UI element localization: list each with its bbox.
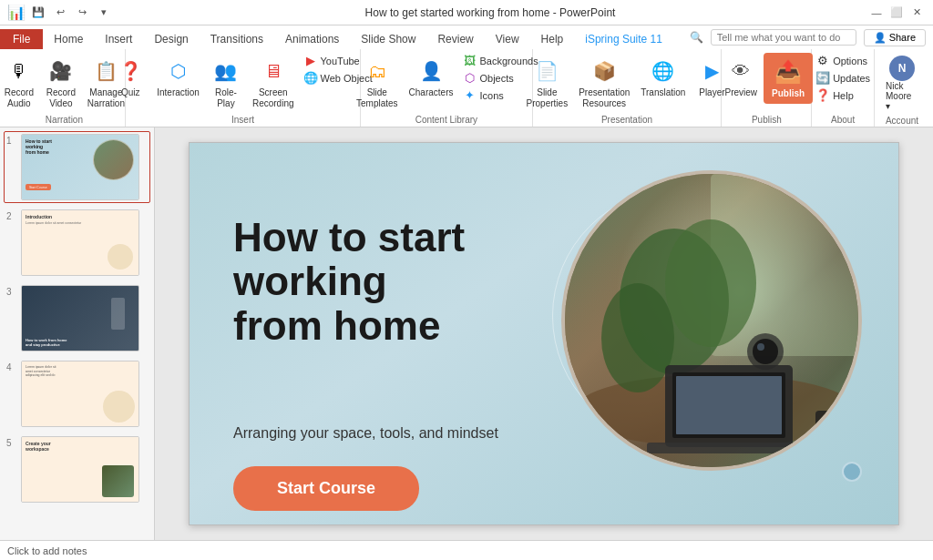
tab-ispring[interactable]: iSpring Suite 11 bbox=[574, 29, 673, 49]
translation-label: Translation bbox=[641, 87, 685, 98]
interaction-button[interactable]: ⬡ Interaction bbox=[152, 53, 204, 102]
tab-view[interactable]: View bbox=[485, 29, 530, 49]
minimize-button[interactable]: — bbox=[867, 4, 886, 22]
screen-recording-button[interactable]: 🖥 ScreenRecording bbox=[248, 53, 299, 113]
characters-button[interactable]: 👤 Characters bbox=[405, 53, 458, 102]
narration-group-label: Narration bbox=[46, 113, 83, 125]
tab-design[interactable]: Design bbox=[143, 29, 199, 49]
canvas-area: How to startworkingfrom home Arranging y… bbox=[155, 127, 933, 540]
options-icon: ⚙ bbox=[815, 54, 830, 67]
maximize-button[interactable]: ⬜ bbox=[887, 4, 906, 22]
customize-qat-button[interactable]: ▾ bbox=[95, 4, 113, 22]
web-object-icon: 🌐 bbox=[303, 71, 318, 85]
slide-panel[interactable]: 1 How to startworkingfrom home Start Cou… bbox=[0, 127, 155, 540]
tab-transitions[interactable]: Transitions bbox=[200, 29, 274, 49]
help-button[interactable]: ❓ Help bbox=[813, 87, 873, 103]
options-button[interactable]: ⚙ Options bbox=[813, 53, 873, 68]
slide-num-1: 1 bbox=[6, 136, 17, 146]
tell-me-input[interactable] bbox=[711, 29, 856, 46]
account-button[interactable]: N NickMoore ▾ bbox=[880, 53, 924, 114]
about-group-label: About bbox=[831, 113, 855, 125]
content-library-group-label: Content Library bbox=[415, 113, 477, 125]
ribbon-group-presentation: 📄 SlideProperties 📦 PresentationResource… bbox=[533, 49, 723, 127]
ribbon-tabs-bar: File Home Insert Design Transitions Anim… bbox=[0, 25, 682, 49]
quiz-icon: ❓ bbox=[116, 56, 145, 86]
characters-icon: 👤 bbox=[416, 56, 446, 86]
redo-button[interactable]: ↪ bbox=[73, 4, 91, 22]
about-small-items: ⚙ Options 🔄 Updates ❓ Help bbox=[813, 53, 873, 103]
tab-animations[interactable]: Animations bbox=[274, 29, 350, 49]
app-icon: 📊 bbox=[7, 4, 26, 22]
updates-button[interactable]: 🔄 Updates bbox=[813, 70, 873, 86]
preview-button[interactable]: 👁 Preview bbox=[721, 53, 763, 102]
undo-button[interactable]: ↩ bbox=[51, 4, 69, 22]
role-play-icon: 👥 bbox=[211, 56, 241, 86]
record-video-button[interactable]: 🎥 RecordVideo bbox=[41, 53, 81, 113]
updates-label: Updates bbox=[833, 73, 870, 84]
objects-icon: ⬡ bbox=[462, 71, 477, 85]
svg-point-3 bbox=[601, 283, 674, 392]
account-name-label: NickMoore ▾ bbox=[886, 81, 918, 111]
quiz-button[interactable]: ❓ Quiz bbox=[110, 53, 150, 102]
quick-access-toolbar: 📊 💾 ↩ ↪ ▾ bbox=[7, 4, 113, 22]
slide-preview-1: How to startworkingfrom home Start Cours… bbox=[21, 134, 139, 200]
tab-home[interactable]: Home bbox=[43, 29, 94, 49]
translation-button[interactable]: 🌐 Translation bbox=[636, 53, 690, 102]
presentation-resources-label: PresentationResources bbox=[579, 87, 630, 109]
publish-button[interactable]: 📤 Publish bbox=[764, 53, 813, 104]
slide-thumb-3[interactable]: 3 How to work from homeand stay producti… bbox=[4, 282, 150, 354]
svg-rect-8 bbox=[676, 376, 782, 434]
video-icon: 🎥 bbox=[46, 56, 76, 86]
share-button[interactable]: 👤 Share bbox=[864, 29, 926, 46]
tab-slide-show[interactable]: Slide Show bbox=[350, 29, 426, 49]
slide-thumb-2[interactable]: 2 Introduction Lorem ipsum dolor sit ame… bbox=[4, 207, 150, 279]
status-bar: Click to add notes bbox=[0, 540, 933, 560]
slide-properties-button[interactable]: 📄 SlideProperties bbox=[522, 53, 573, 113]
characters-label: Characters bbox=[409, 87, 454, 98]
insert-group-label: Insert bbox=[231, 113, 254, 125]
slide-background: How to startworkingfrom home Arranging y… bbox=[190, 143, 898, 524]
presentation-resources-icon: 📦 bbox=[590, 56, 619, 86]
insert-items: ❓ Quiz ⬡ Interaction 👥 Role-Play 🖥 Scree… bbox=[110, 53, 375, 113]
svg-rect-13 bbox=[815, 411, 843, 461]
interaction-label: Interaction bbox=[157, 87, 200, 98]
updates-icon: 🔄 bbox=[815, 71, 830, 85]
presentation-resources-button[interactable]: 📦 PresentationResources bbox=[574, 53, 634, 113]
slide-thumb-5[interactable]: 5 Create yourworkspace bbox=[4, 433, 150, 505]
role-play-label: Role-Play bbox=[215, 87, 237, 109]
preview-label: Preview bbox=[725, 87, 758, 98]
publish-group-label: Publish bbox=[752, 113, 782, 125]
slide-preview-2: Introduction Lorem ipsum dolor sit amet … bbox=[21, 209, 139, 276]
publish-label: Publish bbox=[772, 88, 805, 99]
start-course-button[interactable]: Start Course bbox=[233, 466, 419, 511]
preview-icon: 👁 bbox=[726, 56, 755, 86]
help-label: Help bbox=[833, 90, 854, 101]
save-qat-button[interactable]: 💾 bbox=[29, 4, 47, 22]
ribbon-group-narration: 🎙 RecordAudio 🎥 RecordVideo 📋 ManageNarr… bbox=[4, 49, 126, 127]
icons-label: Icons bbox=[479, 90, 503, 101]
slide-thumb-4[interactable]: 4 Lorem ipsum dolor sitamet consectetura… bbox=[4, 358, 150, 430]
slide-properties-label: SlideProperties bbox=[527, 87, 569, 109]
slide-canvas[interactable]: How to startworkingfrom home Arranging y… bbox=[189, 142, 899, 525]
slide-templates-icon: 🗂 bbox=[363, 56, 392, 86]
publish-icon: 📤 bbox=[774, 57, 803, 87]
quiz-label: Quiz bbox=[121, 87, 140, 98]
presentation-group-label: Presentation bbox=[601, 113, 652, 125]
publish-items: 👁 Preview 📤 Publish bbox=[721, 53, 814, 113]
close-button[interactable]: ✕ bbox=[907, 4, 926, 22]
slide-thumb-1[interactable]: 1 How to startworkingfrom home Start Cou… bbox=[4, 131, 150, 203]
slide-preview-3: How to work from homeand stay productive bbox=[21, 285, 139, 351]
tab-insert[interactable]: Insert bbox=[94, 29, 143, 49]
tab-file[interactable]: File bbox=[0, 29, 43, 49]
slide-preview-4: Lorem ipsum dolor sitamet consecteturadi… bbox=[21, 361, 139, 427]
record-audio-button[interactable]: 🎙 RecordAudio bbox=[0, 53, 39, 113]
role-play-button[interactable]: 👥 Role-Play bbox=[206, 53, 246, 113]
share-label: Share bbox=[889, 32, 916, 43]
microphone-icon: 🎙 bbox=[5, 56, 34, 86]
ribbon-group-publish: 👁 Preview 📤 Publish Publish bbox=[722, 49, 812, 127]
ribbon-group-about: ⚙ Options 🔄 Updates ❓ Help About bbox=[812, 49, 875, 127]
tab-review[interactable]: Review bbox=[426, 29, 484, 49]
tab-help[interactable]: Help bbox=[530, 29, 575, 49]
slide-templates-button[interactable]: 🗂 SlideTemplates bbox=[352, 53, 403, 113]
svg-rect-9 bbox=[647, 443, 811, 453]
